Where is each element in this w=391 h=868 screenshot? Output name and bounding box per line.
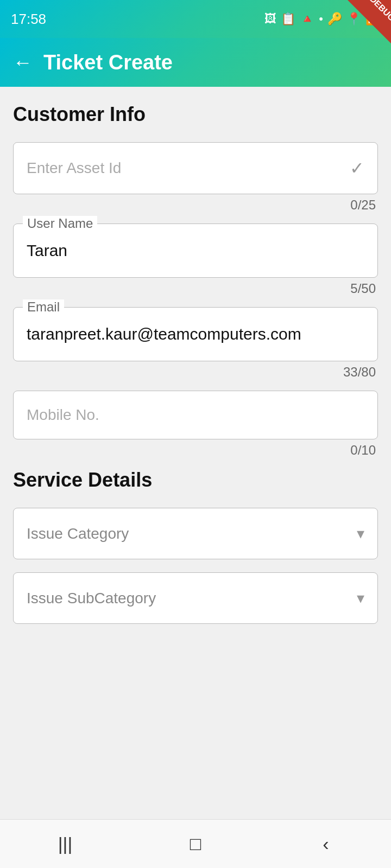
username-wrapper: User Name Taran [13,224,378,278]
dot-icon: • [319,12,323,26]
username-value: Taran [27,241,67,259]
service-details-title: Service Details [13,469,378,492]
email-char-count: 33/80 [13,365,378,380]
issue-subcategory-dropdown[interactable]: Issue SubCategory ▾ [13,572,378,624]
debug-label: DEBUG [368,0,391,23]
status-time: 17:58 [11,11,46,28]
mobile-placeholder: Mobile No. [27,406,99,423]
cloud-icon: 🔺 [300,12,314,26]
nav-home-button[interactable]: □ [163,828,228,860]
content-area: Customer Info Enter Asset Id ✓ 0/25 User… [0,87,391,653]
issue-subcategory-wrapper: Issue SubCategory ▾ [13,572,378,624]
status-bar: 17:58 🖼 📋 🔺 • 🔑 📍 📶 DEBUG [0,0,391,38]
menu-icon: ||| [58,833,73,854]
email-value: taranpreet.kaur@teamcomputers.com [27,325,301,343]
mobile-char-count: 0/10 [13,443,378,458]
email-field[interactable]: Email taranpreet.kaur@teamcomputers.com [13,307,378,361]
asset-id-field[interactable]: Enter Asset Id ✓ [13,142,378,194]
issue-category-wrapper: Issue Category ▾ [13,508,378,559]
check-icon: ✓ [350,158,364,178]
asset-id-placeholder: Enter Asset Id [27,159,121,177]
home-icon: □ [190,833,201,854]
issue-category-arrow-icon: ▾ [357,525,364,542]
issue-subcategory-arrow-icon: ▾ [357,589,364,607]
page-title: Ticket Create [43,51,173,74]
customer-info-title: Customer Info [13,103,378,126]
location-icon: 📍 [346,12,361,26]
asset-id-wrapper: Enter Asset Id ✓ [13,142,378,194]
mobile-field[interactable]: Mobile No. [13,391,378,439]
email-wrapper: Email taranpreet.kaur@teamcomputers.com [13,307,378,361]
issue-category-label: Issue Category [27,525,129,542]
app-bar: ← Ticket Create [0,38,391,87]
back-button[interactable]: ← [13,51,33,74]
username-field[interactable]: User Name Taran [13,224,378,278]
username-label: User Name [23,216,97,231]
asset-id-char-count: 0/25 [13,197,378,213]
username-char-count: 5/50 [13,281,378,296]
bottom-nav: ||| □ ‹ [0,819,391,868]
back-icon: ‹ [323,833,329,854]
nav-back-button[interactable]: ‹ [293,828,358,860]
nav-menu-button[interactable]: ||| [33,828,98,860]
sim-icon: 📋 [281,12,295,26]
email-label: Email [23,299,64,315]
key-icon: 🔑 [327,12,342,26]
mobile-wrapper: Mobile No. [13,391,378,439]
issue-subcategory-label: Issue SubCategory [27,590,156,607]
image-icon: 🖼 [264,12,276,26]
issue-category-dropdown[interactable]: Issue Category ▾ [13,508,378,559]
